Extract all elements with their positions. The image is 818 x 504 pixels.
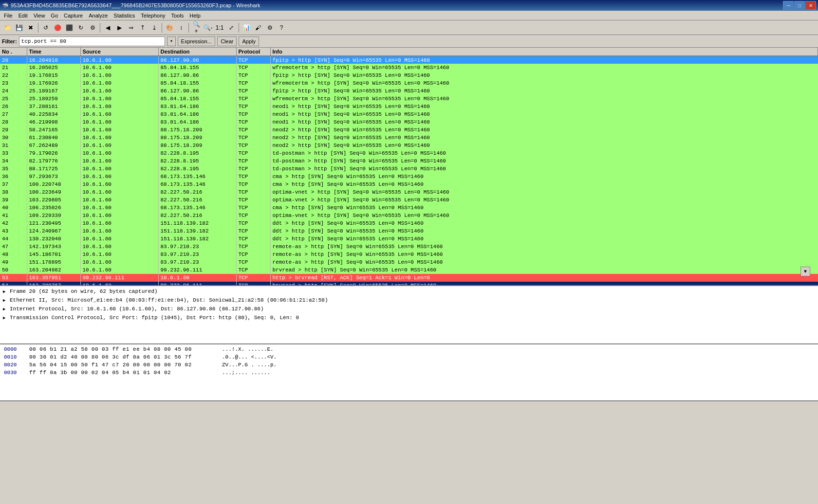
toolbar-autoscroll[interactable]: ↕ [176, 22, 186, 33]
expand-icon[interactable]: ▶ [3, 289, 10, 294]
expand-icon[interactable]: ▶ [3, 315, 10, 321]
cell-proto: TCP [236, 149, 270, 157]
table-row[interactable]: 47142.19734310.6.1.6083.97.210.23TCPremo… [0, 243, 818, 251]
table-row[interactable]: 3167.26248910.6.1.6088.175.18.209TCPneod… [0, 142, 818, 149]
maximize-button[interactable]: □ [794, 1, 805, 10]
table-row[interactable]: 3697.29367310.6.1.6068.173.135.146TCPcma… [0, 173, 818, 180]
table-row[interactable]: 37100.22074810.6.1.6068.173.135.146TCPcm… [0, 180, 818, 188]
toolbar-open[interactable]: 📁 [2, 22, 13, 33]
menu-item-analyze[interactable]: Analyze [86, 11, 111, 20]
table-row[interactable]: 54163.78976710.6.1.6099.232.96.111TCPbrv… [0, 282, 818, 286]
toolbar-options[interactable]: ⚙ [87, 22, 98, 33]
table-row[interactable]: 43124.24096710.6.1.60151.118.139.182TCPd… [0, 227, 818, 235]
cell-dst: 68.173.135.146 [158, 173, 236, 180]
expand-icon[interactable]: ▶ [3, 298, 10, 303]
toolbar-capture[interactable]: 🔴 [52, 22, 63, 33]
filterbar: Filter: ▾ Expression... Clear Apply [0, 35, 818, 48]
detail-row[interactable]: ▶Frame 20 (62 bytes on wire, 62 bytes ca… [2, 287, 816, 296]
table-row[interactable]: 40106.23502610.6.1.6068.173.135.146TCPcm… [0, 204, 818, 212]
minimize-button[interactable]: ─ [783, 1, 794, 10]
table-row[interactable]: 2116.20502510.6.1.6085.84.18.155TCPwfrem… [0, 64, 818, 72]
col-source[interactable]: Source [80, 48, 158, 56]
table-row[interactable]: 3482.17977610.6.1.6082.228.8.195TCPtd-po… [0, 157, 818, 165]
menu-item-view[interactable]: View [31, 11, 48, 20]
cell-info: neod1 > http [SYN] Seq=0 Win=65535 Len=0… [270, 118, 818, 126]
menu-item-edit[interactable]: Edit [16, 11, 31, 20]
packet-list-scroll[interactable]: No . Time Source Destination Protocol In… [0, 48, 818, 286]
toolbar-back[interactable]: ◀ [102, 22, 113, 33]
table-row[interactable]: 42121.23049510.6.1.60151.118.139.182TCPd… [0, 219, 818, 227]
table-row[interactable]: 2016.20491810.6.1.6086.127.90.86TCPfpitp… [0, 56, 818, 64]
menu-item-capture[interactable]: Capture [61, 11, 86, 20]
toolbar-prefs[interactable]: ⚙ [264, 22, 275, 33]
menu-item-file[interactable]: File [1, 11, 16, 20]
table-row[interactable]: 50163.20498210.6.1.6099.232.96.111TCPbrv… [0, 266, 818, 274]
col-protocol[interactable]: Protocol [236, 48, 270, 56]
cell-info: td-postman > http [SYN] Seq=0 Win=65535 … [270, 149, 818, 157]
table-row[interactable]: 48145.18670110.6.1.6083.97.210.23TCPremo… [0, 251, 818, 258]
toolbar-last[interactable]: ⤓ [149, 22, 160, 33]
table-row[interactable]: 41109.22933910.6.1.6082.227.50.216TCPopt… [0, 212, 818, 219]
toolbar-resize[interactable]: ⤢ [226, 22, 237, 33]
col-no[interactable]: No . [0, 48, 27, 56]
table-row[interactable]: 44130.23204010.6.1.60151.118.139.182TCPd… [0, 235, 818, 243]
table-row[interactable]: 2319.17692610.6.1.6085.84.18.155TCPwfrem… [0, 79, 818, 87]
table-row[interactable]: 3061.23084010.6.1.6088.175.18.209TCPneod… [0, 134, 818, 142]
col-info[interactable]: Info [270, 48, 818, 56]
toolbar-first[interactable]: ⤒ [137, 22, 148, 33]
table-row[interactable]: 2740.22583410.6.1.6083.81.64.186TCPneod1… [0, 110, 818, 118]
table-row[interactable]: 2958.24716510.6.1.6088.175.18.209TCPneod… [0, 126, 818, 134]
menu-item-tools[interactable]: Tools [168, 11, 187, 20]
table-row[interactable]: 49151.17889510.6.1.6083.97.210.23TCPremo… [0, 258, 818, 266]
toolbar-zoom-out[interactable]: 🔍- [203, 22, 213, 33]
toolbar-zoom-in[interactable]: 🔍+ [191, 22, 202, 33]
cell-dst: 88.175.18.209 [158, 134, 236, 142]
toolbar-help[interactable]: ? [276, 22, 287, 33]
detail-row[interactable]: ▶Ethernet II, Src: Microsof_e1:ee:b4 (00… [2, 296, 816, 305]
cell-no: 25 [0, 95, 27, 103]
table-row[interactable]: 38100.22364910.6.1.6082.227.50.216TCPopt… [0, 188, 818, 196]
scroll-down-indicator[interactable]: ▼ [800, 267, 810, 276]
menu-item-statistics[interactable]: Statistics [111, 11, 138, 20]
col-destination[interactable]: Destination [158, 48, 236, 56]
toolbar-reload[interactable]: ↺ [40, 22, 51, 33]
menu-item-go[interactable]: Go [48, 11, 61, 20]
clear-button[interactable]: Clear [217, 36, 237, 46]
menu-item-telephony[interactable]: Telephony [138, 11, 168, 20]
apply-button[interactable]: Apply [239, 36, 259, 46]
table-row[interactable]: 3379.17902610.6.1.6082.228.8.195TCPtd-po… [0, 149, 818, 157]
toolbar-display-filter[interactable]: 📊 [241, 22, 252, 33]
table-row[interactable]: 2425.18916710.6.1.6086.127.90.86TCPfpitp… [0, 87, 818, 95]
toolbar-close[interactable]: ✖ [25, 22, 36, 33]
table-row[interactable]: 2637.28816110.6.1.6083.81.64.186TCPneod1… [0, 103, 818, 110]
col-time[interactable]: Time [27, 48, 80, 56]
toolbar-restart[interactable]: ↻ [75, 22, 86, 33]
cell-src: 10.6.1.60 [80, 95, 158, 103]
table-row[interactable]: 2219.17681510.6.1.6086.127.90.86TCPfpitp… [0, 72, 818, 79]
detail-row[interactable]: ▶Internet Protocol, Src: 10.6.1.60 (10.6… [2, 305, 816, 313]
toolbar-colorize[interactable]: 🎨 [164, 22, 175, 33]
table-row[interactable]: 39103.22980510.6.1.6082.227.50.216TCPopt… [0, 196, 818, 204]
close-button[interactable]: ✕ [805, 1, 816, 10]
toolbar-goto[interactable]: ⇒ [126, 22, 136, 33]
cell-time: 163.357951 [27, 274, 80, 282]
filter-dropdown-button[interactable]: ▾ [167, 36, 176, 46]
table-row[interactable]: 3588.17172510.6.1.6082.228.8.195TCPtd-po… [0, 165, 818, 173]
table-row[interactable]: 2525.18925910.6.1.6085.84.18.155TCPwfrem… [0, 95, 818, 103]
menu-item-help[interactable]: Help [186, 11, 204, 20]
toolbar-save[interactable]: 💾 [14, 22, 24, 33]
filter-input[interactable] [19, 36, 165, 46]
cell-time: 40.225834 [27, 110, 80, 118]
table-row[interactable]: 2846.21999810.6.1.6083.81.64.186TCPneod1… [0, 118, 818, 126]
expand-icon[interactable]: ▶ [3, 306, 10, 312]
cell-no: 37 [0, 180, 27, 188]
cell-src: 10.6.1.60 [80, 266, 158, 274]
toolbar-color-filter[interactable]: 🖌 [253, 22, 263, 33]
detail-row[interactable]: ▶Transmission Control Protocol, Src Port… [2, 313, 816, 322]
cell-proto: TCP [236, 79, 270, 87]
toolbar-stop[interactable]: ⬛ [64, 22, 74, 33]
expression-button[interactable]: Expression... [178, 36, 216, 46]
toolbar-forward[interactable]: ▶ [114, 22, 125, 33]
table-row[interactable]: 53163.35795199.232.96.11110.6.1.60TCPhtt… [0, 274, 818, 282]
toolbar-zoom-normal[interactable]: 1:1 [214, 22, 225, 33]
